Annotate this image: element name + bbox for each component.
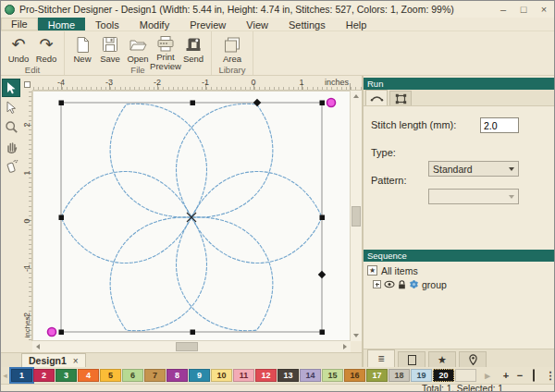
thread-swatch[interactable]: 19: [411, 369, 432, 382]
flower-design-svg: [33, 92, 350, 340]
thread-swatch[interactable]: 14: [300, 369, 321, 382]
palette-scroll-left[interactable]: ◂: [1, 371, 9, 380]
thread-swatch[interactable]: 8: [166, 369, 188, 382]
design-canvas[interactable]: [32, 91, 351, 341]
thread-swatch[interactable]: 3: [56, 369, 77, 382]
ruler-unit-label: inches: [23, 327, 31, 338]
thread-swatch[interactable]: 12: [255, 369, 277, 382]
thread-palette-bar: ◂ 1 2 3 4 5 6 7 8 9 10 11 12 13 14 15 16…: [1, 367, 555, 384]
tree-item-all-items[interactable]: ★ All items: [367, 264, 552, 276]
canvas-vertical-scrollbar[interactable]: [351, 91, 362, 341]
add-color-button[interactable]: +: [500, 370, 512, 381]
direct-select-tool-button[interactable]: [2, 98, 20, 116]
pan-tool-button[interactable]: [2, 137, 20, 155]
thread-swatch[interactable]: 16: [344, 369, 365, 382]
thread-swatch[interactable]: 6: [122, 369, 143, 382]
vscroll-thumb[interactable]: [352, 206, 361, 227]
ribbon-tab-bar: File Home Tools Modify Preview View Sett…: [1, 18, 555, 31]
thread-swatch[interactable]: 7: [144, 369, 166, 382]
tree-item-group[interactable]: group: [367, 278, 552, 290]
spray-can-icon: [5, 159, 18, 173]
close-button[interactable]: ×: [534, 1, 554, 18]
ruler-unit-label: inches: [325, 78, 349, 87]
close-tab-icon[interactable]: ×: [73, 356, 79, 366]
zoom-tool-button[interactable]: [2, 117, 20, 136]
tab-tools[interactable]: Tools: [85, 18, 130, 31]
save-button[interactable]: Save: [96, 33, 124, 65]
tab-sequence-list[interactable]: ≡: [367, 349, 395, 367]
title-bar: Pro-Stitcher Designer - Design1 (Width: …: [1, 1, 555, 18]
thread-swatch[interactable]: 2: [33, 369, 55, 382]
select-tool-button[interactable]: [2, 79, 20, 97]
outline-cursor-icon: [5, 101, 18, 115]
app-window: Pro-Stitcher Designer - Design1 (Width: …: [0, 0, 555, 392]
palette-scroll-right[interactable]: ▸: [482, 370, 493, 382]
stitch-length-input[interactable]: [480, 117, 519, 133]
thread-swatch[interactable]: 1: [11, 369, 32, 382]
chevron-down-icon: [509, 195, 514, 199]
lock-icon[interactable]: [398, 280, 406, 289]
minimize-button[interactable]: –: [493, 1, 513, 18]
scroll-down-arrow[interactable]: [353, 334, 359, 337]
maximize-button[interactable]: □: [513, 1, 534, 18]
tab-stitch-properties[interactable]: [365, 90, 388, 105]
tool-palette: [1, 78, 21, 341]
open-button[interactable]: Open: [124, 33, 152, 65]
tab-view[interactable]: View: [236, 18, 278, 31]
cursor-icon: [5, 81, 18, 95]
thread-swatch[interactable]: 20: [433, 369, 454, 382]
status-bar: Total: 1, Selected: 1: [1, 384, 555, 392]
horizontal-ruler: -4 -3 -2 -1 0 1 inches: [32, 78, 362, 91]
app-logo-icon: [5, 5, 15, 15]
print-preview-button[interactable]: Print Preview: [152, 33, 179, 65]
thread-swatch[interactable]: 17: [366, 369, 388, 382]
display-colors-button[interactable]: [528, 370, 539, 381]
star-box-icon: ★: [367, 265, 377, 276]
thread-swatch[interactable]: 4: [78, 369, 99, 382]
star-icon: ★: [438, 354, 447, 366]
tab-design1[interactable]: Design1 ×: [21, 353, 86, 367]
group-label-edit: Edit: [1, 65, 64, 75]
remove-color-button[interactable]: −: [514, 370, 525, 381]
send-button[interactable]: Send: [179, 33, 207, 65]
stipple-tool-button[interactable]: [2, 156, 20, 175]
scroll-left-arrow[interactable]: [36, 344, 40, 349]
thread-swatch-empty[interactable]: [455, 369, 476, 382]
thread-swatch[interactable]: 13: [278, 369, 299, 382]
stitch-curve-icon: [370, 93, 384, 103]
tab-help[interactable]: Help: [336, 18, 377, 31]
new-button[interactable]: New: [68, 33, 96, 65]
scroll-right-arrow[interactable]: [343, 344, 347, 349]
thread-swatch[interactable]: 5: [100, 369, 121, 382]
expand-plus-icon[interactable]: [373, 280, 381, 288]
pin-icon: [469, 354, 477, 365]
area-frames-icon: [223, 35, 241, 54]
tab-notes[interactable]: [398, 351, 426, 367]
tab-modify[interactable]: Modify: [130, 18, 179, 31]
tab-preview[interactable]: Preview: [179, 18, 236, 31]
visibility-eye-icon[interactable]: [384, 280, 395, 288]
tab-settings[interactable]: Settings: [278, 18, 336, 31]
hscroll-thumb[interactable]: [176, 342, 198, 351]
scroll-up-arrow[interactable]: [353, 94, 359, 98]
thread-swatch[interactable]: 9: [189, 369, 210, 382]
redo-button[interactable]: ↷ Redo: [32, 33, 60, 65]
group-label-file: File: [65, 65, 211, 75]
chevron-down-icon: [509, 167, 514, 171]
tab-favorites[interactable]: ★: [428, 351, 456, 367]
rotate-handle: [327, 99, 336, 107]
area-button[interactable]: Area: [216, 33, 249, 65]
tab-location[interactable]: [459, 351, 487, 367]
thread-swatch[interactable]: 15: [322, 369, 343, 382]
undo-button[interactable]: ↶ Undo: [5, 33, 32, 65]
ruler-origin-box[interactable]: [21, 78, 32, 91]
thread-swatch[interactable]: 18: [388, 369, 410, 382]
pattern-dropdown[interactable]: [428, 189, 519, 204]
palette-menu-button[interactable]: ⋮: [545, 370, 555, 382]
canvas-horizontal-scrollbar[interactable]: [32, 341, 351, 352]
thread-swatch[interactable]: 11: [233, 369, 254, 382]
tab-home[interactable]: Home: [38, 18, 85, 31]
thread-swatch[interactable]: 10: [211, 369, 232, 382]
tab-selection-properties[interactable]: [389, 91, 412, 105]
menu-file[interactable]: File: [1, 18, 38, 31]
